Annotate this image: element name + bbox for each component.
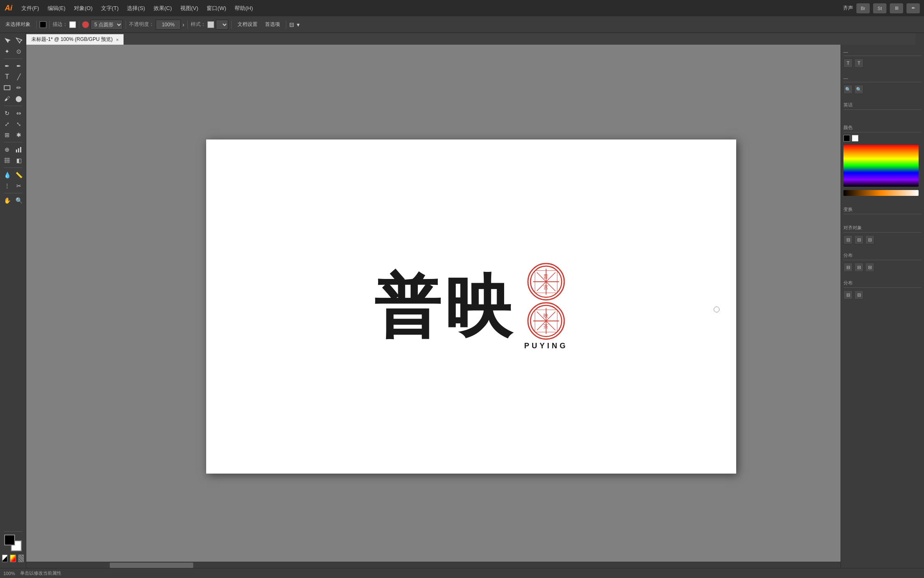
bridge-button[interactable]: Br	[856, 3, 870, 13]
distribute-panel-title[interactable]: 分布	[843, 251, 921, 260]
color-mode-row	[2, 555, 24, 562]
type-align-center-button[interactable]: T	[854, 58, 863, 68]
transform-panel-title[interactable]: 变换	[843, 205, 921, 214]
stroke-shape-select[interactable]: 5 点圆形	[91, 20, 123, 30]
blend-tool[interactable]: ⋮	[2, 181, 12, 191]
stroke-fill-switcher[interactable]	[4, 535, 22, 551]
arrange-button[interactable]: ⊟	[289, 21, 294, 28]
color-panel-title[interactable]: 颜色	[843, 123, 921, 132]
lasso-tool[interactable]: ⊙	[14, 46, 24, 56]
scale-tool[interactable]: ⤢	[2, 119, 12, 129]
gradient-tool[interactable]: ◧	[14, 155, 24, 165]
add-anchor-tool[interactable]: ✒	[14, 61, 24, 71]
type-search-row: 🔍 🔍	[843, 85, 921, 94]
opacity-expand-button[interactable]: ›	[182, 21, 184, 28]
chinese-logo-text: 普映	[374, 273, 516, 340]
gradient-color-button[interactable]	[10, 555, 15, 562]
separator-3	[79, 20, 79, 29]
fg-color-swatch[interactable]	[843, 135, 850, 142]
svg-rect-1	[16, 150, 17, 152]
color-lightness-strip[interactable]	[843, 190, 919, 196]
svg-rect-0	[4, 86, 10, 90]
h-scroll-thumb[interactable]	[110, 563, 193, 568]
arrange-dropdown[interactable]: ▾	[297, 21, 300, 28]
distribute-b1-button[interactable]: ⊟	[843, 290, 853, 299]
sync-button[interactable]: 齐声	[843, 5, 853, 12]
horizontal-scrollbar[interactable]	[26, 562, 916, 568]
menu-file[interactable]: 文件(F)	[17, 0, 43, 16]
style-swatch[interactable]	[207, 21, 214, 28]
distribute-center-button[interactable]: ⊟	[854, 263, 863, 272]
search-type-button[interactable]: 🔍	[843, 85, 853, 94]
color-picker-gradient[interactable]	[843, 145, 919, 187]
distribute-right-button[interactable]: ⊟	[865, 263, 874, 272]
menu-view[interactable]: 视图(V)	[176, 0, 202, 16]
brush-tool-row: 🖌 ⬤	[2, 94, 24, 104]
magic-wand-tool[interactable]: ✦	[2, 46, 12, 56]
blob-brush-tool[interactable]: ⬤	[14, 94, 24, 104]
align-left-button[interactable]: ⊟	[843, 235, 853, 244]
menu-edit[interactable]: 编辑(E)	[43, 0, 70, 16]
tool-sep-6	[4, 531, 22, 532]
svg-text:普: 普	[543, 273, 548, 279]
mesh-tool[interactable]	[2, 155, 12, 165]
tool-sep-2	[4, 106, 22, 106]
stroke-swatch[interactable]	[69, 21, 76, 28]
bg-color-swatch[interactable]	[852, 135, 858, 142]
reflect-tool[interactable]: ⇔	[14, 108, 24, 118]
warp-tool[interactable]: ⤡	[14, 119, 24, 129]
free-transform-tool[interactable]: ⊞	[2, 130, 12, 140]
svg-text:映: 映	[543, 312, 548, 318]
none-color-button[interactable]	[2, 555, 8, 562]
opacity-input[interactable]	[156, 20, 181, 30]
pen-tool[interactable]: ✒	[2, 61, 12, 71]
document-tab[interactable]: 未标题-1* @ 100% (RGB/GPU 预览) ×	[26, 34, 124, 45]
text-tool[interactable]: T	[2, 72, 12, 82]
direct-selection-tool[interactable]	[14, 35, 24, 46]
menu-type[interactable]: 文字(T)	[97, 0, 123, 16]
menu-window[interactable]: 窗口(W)	[202, 0, 230, 16]
distribute-left-button[interactable]: ⊟	[843, 263, 853, 272]
paintbrush-tool[interactable]: 🖌	[2, 94, 12, 104]
align-panel-title[interactable]: 对齐对象	[843, 223, 921, 233]
fill-box[interactable]	[4, 535, 15, 545]
rotate-tool[interactable]: ↻	[2, 108, 12, 118]
title-bar-right: 齐声 Br St ⊞ ✒	[843, 3, 924, 13]
stroke-color-indicator[interactable]	[82, 21, 89, 28]
column-graph-tool[interactable]	[14, 144, 24, 155]
rectangle-tool[interactable]	[2, 83, 12, 93]
separator-2	[49, 20, 50, 29]
selection-tool[interactable]	[2, 35, 12, 46]
selection-tool-row	[2, 35, 24, 46]
stock-button[interactable]: St	[873, 3, 886, 13]
fill-swatch[interactable]	[40, 21, 46, 28]
menu-help[interactable]: 帮助(H)	[230, 0, 257, 16]
eyedropper-tool[interactable]: 💧	[2, 170, 12, 180]
grid-button[interactable]: ⊞	[890, 3, 903, 13]
menu-select[interactable]: 选择(S)	[123, 0, 149, 16]
scissors-tool[interactable]: ✂	[14, 181, 24, 191]
style-select[interactable]	[216, 20, 228, 30]
pattern-button[interactable]	[18, 555, 24, 562]
line-tool[interactable]: ╱	[14, 72, 24, 82]
menu-effect[interactable]: 效果(C)	[149, 0, 176, 16]
zoom-tool[interactable]: 🔍	[14, 195, 24, 205]
tab-close-button[interactable]: ×	[116, 37, 119, 42]
menu-object[interactable]: 对象(O)	[70, 0, 97, 16]
symbol-sprayer-tool[interactable]: ⊕	[2, 144, 12, 155]
pencil-tool[interactable]: ✏	[14, 83, 24, 93]
seal-top: 普 宫	[527, 263, 565, 300]
type-align-left-button[interactable]: T	[843, 58, 853, 68]
align-center-button[interactable]: ⊟	[854, 235, 863, 244]
preferences-button[interactable]: 首选项	[262, 19, 283, 30]
align-right-button[interactable]: ⊟	[865, 235, 874, 244]
doc-settings-button[interactable]: 文档设置	[235, 19, 260, 30]
stroke-label: 描边：	[53, 21, 68, 28]
puppet-warp-tool[interactable]: ✱	[14, 130, 24, 140]
canvas-area[interactable]: 普映 普 宫	[26, 45, 916, 568]
distribute-b2-button[interactable]: ⊟	[854, 290, 863, 299]
pen-button[interactable]: ✒	[906, 3, 920, 13]
hand-tool[interactable]: ✋	[2, 195, 12, 205]
search-type-button-2[interactable]: 🔍	[854, 85, 863, 94]
measure-tool[interactable]: 📏	[14, 170, 24, 180]
